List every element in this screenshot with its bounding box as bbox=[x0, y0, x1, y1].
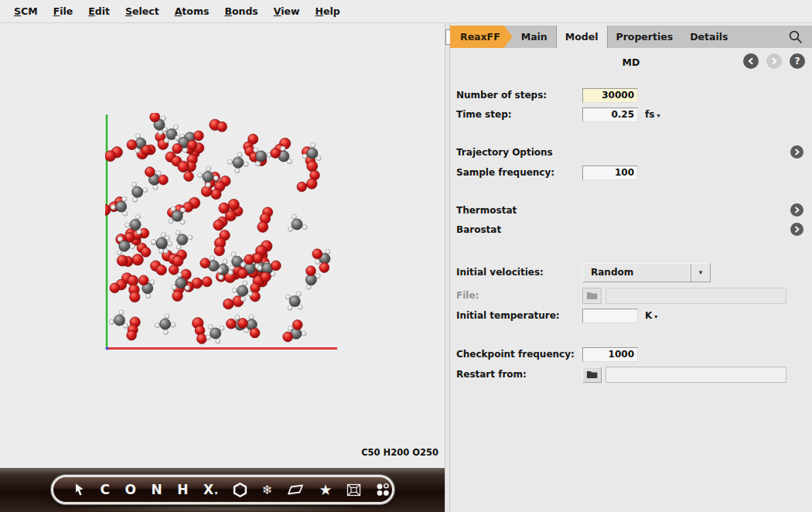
menu-file[interactable]: File bbox=[46, 5, 81, 17]
row-trajectory-options: Trajectory Options bbox=[456, 145, 806, 160]
sample-frequency-label: Sample frequency: bbox=[456, 167, 582, 178]
tab-properties[interactable]: Properties bbox=[608, 26, 682, 48]
tab-bar: ReaxFF Main Model Properties Details bbox=[450, 26, 812, 48]
element-n-button[interactable]: N bbox=[151, 482, 162, 497]
trajectory-options-expand-button[interactable] bbox=[790, 145, 803, 159]
trajectory-options-label: Trajectory Options bbox=[456, 147, 582, 158]
tab-model[interactable]: Model bbox=[556, 26, 608, 48]
tab-main[interactable]: Main bbox=[513, 26, 556, 48]
menu-bonds[interactable]: Bonds bbox=[217, 5, 265, 17]
search-icon[interactable] bbox=[788, 26, 812, 48]
row-thermostat: Thermostat bbox=[456, 203, 806, 218]
element-x-dropdown-icon[interactable]: ▾ bbox=[215, 490, 219, 497]
molecule-view-panel[interactable]: C50 H200 O250 C O N H X▾ ❄ ★ bbox=[0, 23, 445, 512]
row-number-of-steps: Number of steps: bbox=[456, 87, 806, 103]
restart-from-label: Restart from: bbox=[456, 369, 582, 380]
question-mark-icon: ? bbox=[795, 56, 800, 67]
freeze-tool-icon[interactable]: ❄ bbox=[262, 483, 272, 497]
back-button[interactable] bbox=[743, 53, 759, 69]
row-initial-temperature: Initial temperature: K▾ bbox=[456, 308, 806, 323]
panel-splitter[interactable] bbox=[445, 23, 450, 512]
element-x-button[interactable]: X▾ bbox=[203, 482, 218, 497]
scm-gui-window: SCM File Edit Select Atoms Bonds View He… bbox=[0, 0, 812, 512]
initial-velocities-label: Initial velocities: bbox=[456, 267, 582, 278]
row-checkpoint-frequency: Checkpoint frequency: bbox=[456, 346, 806, 362]
molecule-3d-viewport[interactable] bbox=[105, 113, 339, 351]
timestep-input[interactable] bbox=[582, 108, 638, 122]
toolbar-reflection bbox=[62, 505, 387, 512]
restart-path-input[interactable] bbox=[606, 367, 786, 383]
menu-scm[interactable]: SCM bbox=[6, 5, 46, 17]
timestep-unit-dropdown[interactable]: fs▾ bbox=[645, 109, 660, 120]
initial-velocities-dropdown[interactable]: Random ▾ bbox=[582, 263, 711, 282]
menubar: SCM File Edit Select Atoms Bonds View He… bbox=[0, 0, 812, 23]
steps-label: Number of steps: bbox=[456, 90, 582, 101]
initial-temperature-label: Initial temperature: bbox=[456, 310, 582, 321]
menu-edit[interactable]: Edit bbox=[80, 5, 118, 17]
timestep-label: Time step: bbox=[456, 109, 582, 120]
settings-panel: ReaxFF Main Model Properties Details MD … bbox=[450, 23, 812, 512]
initial-temperature-input[interactable] bbox=[582, 309, 638, 323]
menu-view[interactable]: View bbox=[266, 5, 308, 17]
chevron-down-icon: ▾ bbox=[654, 313, 657, 320]
dropdown-arrow-button[interactable]: ▾ bbox=[691, 264, 710, 282]
initial-velocities-value: Random bbox=[591, 267, 633, 278]
barostat-expand-button[interactable] bbox=[790, 223, 803, 236]
sample-frequency-input[interactable] bbox=[582, 166, 638, 180]
row-time-step: Time step: fs▾ bbox=[456, 107, 806, 122]
tab-details[interactable]: Details bbox=[681, 26, 736, 48]
help-button[interactable]: ? bbox=[790, 53, 805, 69]
temperature-unit-dropdown[interactable]: K▾ bbox=[645, 310, 657, 321]
row-initial-velocities: Initial velocities: Random ▾ bbox=[456, 262, 806, 282]
favorites-star-icon[interactable]: ★ bbox=[319, 481, 332, 498]
file-browse-button bbox=[582, 288, 602, 304]
checkpoint-frequency-input[interactable] bbox=[582, 347, 638, 362]
chevron-down-icon: ▾ bbox=[657, 112, 660, 119]
row-velocities-file: File: bbox=[456, 287, 806, 304]
element-h-button[interactable]: H bbox=[177, 482, 189, 497]
ring-tool-icon[interactable] bbox=[233, 483, 247, 497]
element-toolbar: C O N H X▾ ❄ ★ bbox=[51, 475, 394, 504]
thermostat-expand-button[interactable] bbox=[790, 203, 803, 217]
element-o-button[interactable]: O bbox=[125, 482, 136, 497]
thermostat-label: Thermostat bbox=[456, 205, 582, 216]
row-barostat: Barostat bbox=[456, 222, 806, 237]
steps-input[interactable] bbox=[582, 88, 638, 103]
plane-tool-icon[interactable] bbox=[287, 484, 304, 495]
restart-browse-button[interactable] bbox=[582, 367, 602, 383]
forward-button[interactable] bbox=[766, 53, 782, 69]
row-restart-from: Restart from: bbox=[456, 366, 806, 383]
pointer-tool-icon[interactable] bbox=[73, 483, 86, 496]
chemical-formula: C50 H200 O250 bbox=[361, 447, 438, 458]
row-sample-frequency: Sample frequency: bbox=[456, 165, 806, 180]
toolbar-band: C O N H X▾ ❄ ★ bbox=[0, 468, 445, 512]
menu-atoms[interactable]: Atoms bbox=[167, 5, 217, 17]
chevron-down-icon: ▾ bbox=[699, 268, 703, 276]
element-c-button[interactable]: C bbox=[101, 482, 111, 497]
file-label: File: bbox=[456, 290, 582, 301]
tab-reaxff[interactable]: ReaxFF bbox=[450, 26, 513, 48]
barostat-label: Barostat bbox=[456, 224, 582, 235]
checkpoint-frequency-label: Checkpoint frequency: bbox=[456, 349, 582, 360]
atom-details-icon[interactable] bbox=[376, 483, 390, 497]
file-path-input bbox=[606, 288, 786, 304]
cell-tool-icon[interactable] bbox=[346, 483, 361, 497]
menu-help[interactable]: Help bbox=[308, 5, 348, 17]
menu-select[interactable]: Select bbox=[118, 5, 167, 17]
